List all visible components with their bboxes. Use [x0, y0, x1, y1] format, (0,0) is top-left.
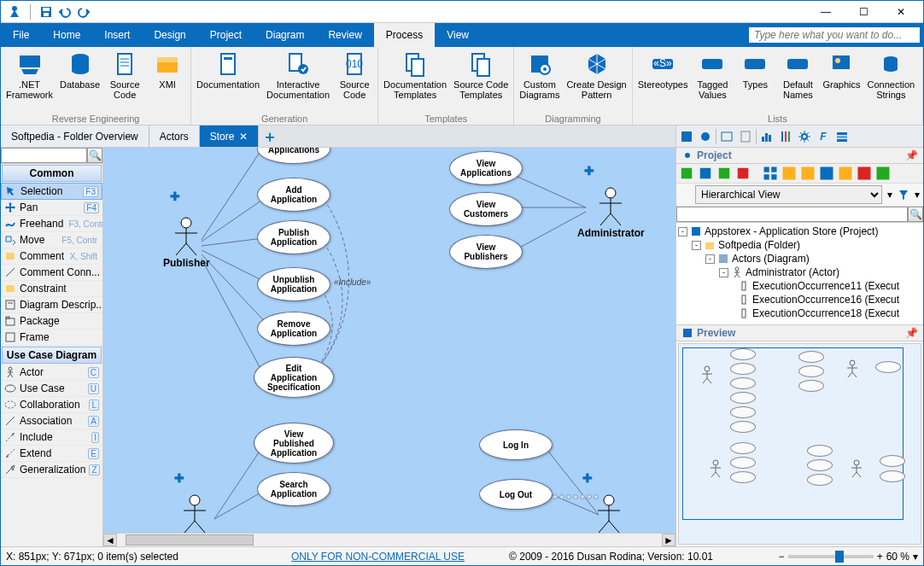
tool-include[interactable]: IncludeI [1, 429, 102, 446]
scroll-right-button[interactable]: ► [662, 534, 675, 546]
rp-icon[interactable] [758, 128, 775, 145]
tool-freehand[interactable]: FreehandF3, Contr [1, 216, 102, 232]
usecase-publish-application[interactable]: PublishApplication [257, 220, 330, 254]
undo-icon[interactable] [58, 5, 72, 19]
rp-icon[interactable] [777, 128, 794, 145]
tool-association[interactable]: AssociationA [1, 413, 102, 429]
add-tab-button[interactable]: ＋ [259, 125, 281, 147]
ribbon-custom-diagrams[interactable]: CustomDiagrams [516, 49, 563, 102]
tool-move[interactable]: MoveF5, Contr [1, 232, 102, 248]
tool-comment-conn[interactable]: Comment Conn... [1, 265, 102, 281]
tool-constraint[interactable]: Constraint [1, 281, 102, 297]
search-icon[interactable]: 🔍 [87, 148, 102, 163]
ribbon-graphics[interactable]: Graphics [819, 49, 863, 91]
menu-file[interactable]: File [1, 23, 41, 47]
save-icon[interactable] [39, 5, 53, 19]
chevron-down-icon[interactable]: ▾ [887, 189, 892, 201]
proj-tb-icon[interactable] [716, 166, 733, 181]
tree-toggle[interactable]: - [678, 227, 687, 236]
tool-pan[interactable]: PanF4 [1, 200, 102, 216]
scroll-left-button[interactable]: ◄ [103, 534, 117, 546]
tool-generalization[interactable]: GeneralizationZ [1, 462, 102, 478]
proj-tb-icon[interactable] [781, 166, 798, 181]
rp-icon[interactable]: F [815, 128, 832, 145]
proj-tb-icon[interactable] [678, 166, 695, 181]
proj-tb-icon[interactable] [874, 166, 892, 181]
usecase-login[interactable]: Log In [479, 429, 553, 460]
horizontal-scrollbar[interactable]: ◄ ► [103, 533, 675, 546]
usecase-view-customers[interactable]: ViewCustomers [449, 192, 523, 226]
tell-me-search[interactable] [749, 27, 920, 43]
tool-package[interactable]: Package [1, 313, 102, 330]
add-handle-icon[interactable]: ✚ [582, 163, 597, 178]
menu-insert[interactable]: Insert [92, 23, 142, 47]
ribbon-design-pattern[interactable]: Create DesignPattern [563, 49, 629, 102]
zoom-out-button[interactable]: − [779, 551, 785, 563]
redo-icon[interactable] [77, 5, 91, 19]
rp-icon[interactable] [737, 128, 754, 145]
proj-tb-icon[interactable] [734, 166, 751, 181]
proj-tb-icon[interactable] [799, 166, 816, 181]
toolbox-search[interactable] [1, 148, 87, 163]
close-icon[interactable]: ✕ [239, 131, 248, 143]
tool-actor[interactable]: ActorC [1, 365, 102, 381]
minimize-button[interactable]: — [807, 2, 845, 22]
menu-diagram[interactable]: Diagram [254, 23, 316, 47]
preview-area[interactable] [678, 343, 921, 545]
search-icon[interactable]: 🔍 [908, 207, 923, 222]
tool-diagram-desc[interactable]: Diagram Descrip... [1, 297, 102, 313]
proj-tb-icon[interactable] [818, 166, 835, 181]
filter-icon[interactable] [898, 189, 909, 201]
ribbon-doc-templates[interactable]: DocumentationTemplates [380, 49, 450, 102]
usecase-view-publishers[interactable]: ViewPublishers [449, 235, 523, 269]
actor-bottom-left[interactable] [180, 493, 209, 534]
tool-collaboration[interactable]: CollaborationL [1, 397, 102, 413]
rp-icon[interactable] [833, 128, 851, 145]
add-handle-icon[interactable]: ✚ [167, 189, 183, 204]
diagram-canvas[interactable]: ✚ ✚ ✚ ✚ Applications ViewApplications Ad… [103, 148, 675, 546]
gear-icon[interactable] [796, 128, 813, 145]
close-button[interactable]: ✕ [882, 2, 920, 22]
actor-bottom-right[interactable] [594, 493, 623, 534]
menu-process[interactable]: Process [374, 23, 435, 47]
ribbon-net-framework[interactable]: .NETFramework [3, 49, 56, 102]
add-handle-icon[interactable]: ✚ [172, 470, 187, 486]
tree-toggle[interactable]: - [719, 268, 728, 277]
ribbon-interactive-doc[interactable]: InteractiveDocumentation [263, 49, 333, 102]
menu-design[interactable]: Design [142, 23, 197, 47]
proj-tb-icon[interactable] [837, 166, 854, 181]
usecase-view-applications[interactable]: ViewApplications [449, 151, 523, 185]
menu-project[interactable]: Project [198, 23, 254, 47]
usecase-search-application[interactable]: SearchApplication [257, 472, 330, 506]
ribbon-source-templates[interactable]: Source CodeTemplates [450, 49, 512, 102]
pin-icon[interactable]: 📌 [905, 149, 918, 161]
tree-toggle[interactable]: - [692, 241, 701, 250]
zoom-slider[interactable] [788, 555, 874, 558]
preview-viewport[interactable] [682, 347, 904, 520]
ribbon-xmi[interactable]: XMI [146, 49, 189, 91]
rp-icon[interactable] [718, 128, 735, 145]
license-link[interactable]: ONLY FOR NON-COMMERCIAL USE [291, 551, 465, 563]
tool-frame[interactable]: Frame [1, 330, 102, 346]
proj-tb-icon[interactable] [856, 166, 873, 181]
tool-usecase[interactable]: Use CaseU [1, 381, 102, 397]
tab-actors[interactable]: Actors [149, 125, 200, 147]
ribbon-default-names[interactable]: DefaultNames [776, 49, 819, 102]
tool-extend[interactable]: ExtendE [1, 446, 102, 462]
usecase-add-application[interactable]: AddApplication [257, 178, 330, 212]
project-search[interactable] [676, 207, 908, 222]
tab-store[interactable]: Store✕ [200, 125, 260, 147]
ribbon-types[interactable]: Types [734, 49, 776, 91]
rp-icon[interactable] [678, 128, 695, 145]
tab-folder-overview[interactable]: Softpedia - Folder Overview [1, 125, 149, 147]
actor-administrator[interactable]: Administrator [577, 186, 645, 239]
proj-tb-icon[interactable] [762, 166, 779, 181]
tool-selection[interactable]: SelectionF3 [1, 183, 102, 200]
tree-toggle[interactable]: - [705, 254, 715, 264]
menu-review[interactable]: Review [316, 23, 373, 47]
chevron-down-icon[interactable]: ▾ [913, 551, 918, 563]
chevron-down-icon[interactable]: ▾ [915, 189, 920, 201]
usecase-unpublish-application[interactable]: UnpublishApplication [257, 267, 330, 301]
pin-icon[interactable]: 📌 [905, 327, 918, 339]
zoom-in-button[interactable]: + [877, 551, 883, 563]
